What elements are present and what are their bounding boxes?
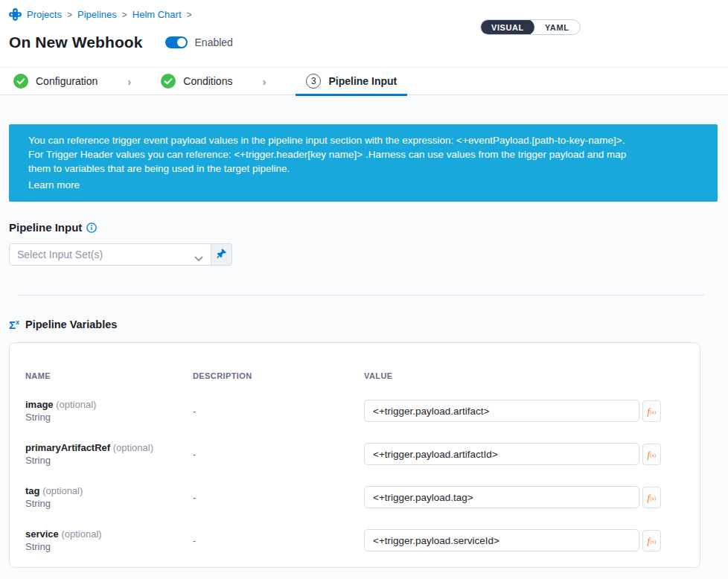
yaml-mode-button[interactable]: YAML [534, 19, 580, 35]
tab-configuration[interactable]: Configuration [13, 67, 98, 95]
chevron-right-icon: › [127, 75, 131, 88]
column-header-value: VALUE [364, 371, 685, 380]
variable-value-input[interactable] [364, 486, 639, 508]
variable-description: - [193, 492, 364, 503]
variable-description: - [193, 535, 364, 546]
section-divider [18, 295, 704, 295]
visual-mode-button[interactable]: VISUAL [481, 19, 534, 35]
tab-label: Pipeline Input [328, 75, 397, 87]
variable-description: - [193, 406, 364, 417]
tab-label: Configuration [36, 75, 98, 87]
variable-name: primaryArtifactRef [25, 442, 110, 453]
variable-type: String [25, 411, 193, 423]
table-row: tag (optional) String - f(x) [25, 476, 685, 519]
tab-conditions[interactable]: Conditions [161, 67, 232, 95]
breadcrumb-helm-chart[interactable]: Helm Chart [132, 9, 182, 20]
table-row: image (optional) String - f(x) [25, 389, 685, 432]
variable-value-input[interactable] [364, 529, 639, 551]
breadcrumb-separator: > [67, 10, 72, 20]
check-circle-icon [161, 74, 176, 89]
pipeline-variables-heading: Pipeline Variables [25, 319, 117, 330]
page-header: Projects > Pipelines > Helm Chart > On N… [0, 0, 728, 67]
breadcrumb-separator: > [122, 10, 127, 20]
breadcrumb: Projects > Pipelines > Helm Chart > [9, 8, 719, 21]
variable-optional-tag: (optional) [56, 399, 96, 410]
learn-more-link[interactable]: Learn more [28, 178, 80, 192]
pipeline-input-panel: You can reference trigger event payload … [0, 95, 728, 579]
pipeline-input-heading: Pipeline Input [9, 221, 82, 234]
variable-value-input[interactable] [364, 443, 639, 465]
view-mode-switch: VISUAL YAML [480, 19, 581, 35]
expression-fx-button[interactable]: f(x) [642, 400, 661, 422]
pin-input-set-button[interactable] [211, 243, 232, 266]
pin-icon [216, 248, 227, 262]
expression-fx-button[interactable]: f(x) [642, 487, 661, 508]
step-number-badge: 3 [306, 74, 321, 89]
variable-optional-tag: (optional) [61, 528, 101, 540]
enabled-label: Enabled [195, 36, 233, 48]
banner-text-line: You can reference trigger event payload … [28, 133, 698, 147]
expression-fx-button[interactable]: f(x) [642, 444, 661, 465]
chevron-down-icon [194, 252, 203, 257]
expression-fx-button[interactable]: f(x) [642, 530, 661, 551]
variable-type: String [25, 540, 193, 553]
variable-value-input[interactable] [364, 400, 639, 422]
input-set-select-value[interactable] [17, 249, 194, 260]
harness-projects-icon [9, 8, 22, 21]
variables-table-body: image (optional) String - f(x) primaryAr… [25, 389, 685, 562]
table-row: primaryArtifactRef (optional) String - f… [25, 432, 685, 476]
variable-type: String [25, 454, 193, 467]
input-set-select[interactable] [9, 243, 211, 266]
check-circle-icon [13, 74, 28, 89]
banner-text-line: For Trigger Header values you can refere… [28, 147, 698, 161]
breadcrumb-pipelines[interactable]: Pipelines [77, 9, 117, 20]
variable-name: tag [25, 485, 40, 496]
toggle-knob [177, 38, 186, 47]
variable-type: String [25, 497, 193, 510]
variable-name: service [25, 528, 59, 540]
chevron-right-icon: › [262, 75, 266, 88]
enabled-toggle[interactable] [165, 36, 188, 48]
variable-description: - [193, 449, 364, 460]
variable-optional-tag: (optional) [42, 485, 83, 496]
info-icon[interactable] [86, 223, 97, 233]
column-header-name: NAME [25, 371, 193, 380]
wizard-tabbar: Configuration › Conditions › 3 Pipeline … [0, 67, 728, 95]
banner-text-line: them to variables that are being used in… [28, 161, 698, 176]
pipeline-variables-card: NAME DESCRIPTION VALUE image (optional) … [9, 342, 700, 568]
column-header-description: DESCRIPTION [193, 371, 364, 380]
breadcrumb-separator: > [187, 10, 192, 20]
info-banner: You can reference trigger event payload … [9, 124, 718, 202]
variable-name: image [25, 399, 54, 410]
tab-label: Conditions [183, 75, 232, 87]
variable-optional-tag: (optional) [113, 442, 153, 453]
variables-sigma-icon: Σx [9, 319, 19, 330]
tab-pipeline-input[interactable]: 3 Pipeline Input [296, 67, 407, 95]
page-title: On New Webhook [9, 33, 143, 51]
variables-table-header: NAME DESCRIPTION VALUE [25, 371, 685, 380]
breadcrumb-projects[interactable]: Projects [27, 9, 62, 20]
table-row: service (optional) String - f(x) [25, 519, 685, 562]
